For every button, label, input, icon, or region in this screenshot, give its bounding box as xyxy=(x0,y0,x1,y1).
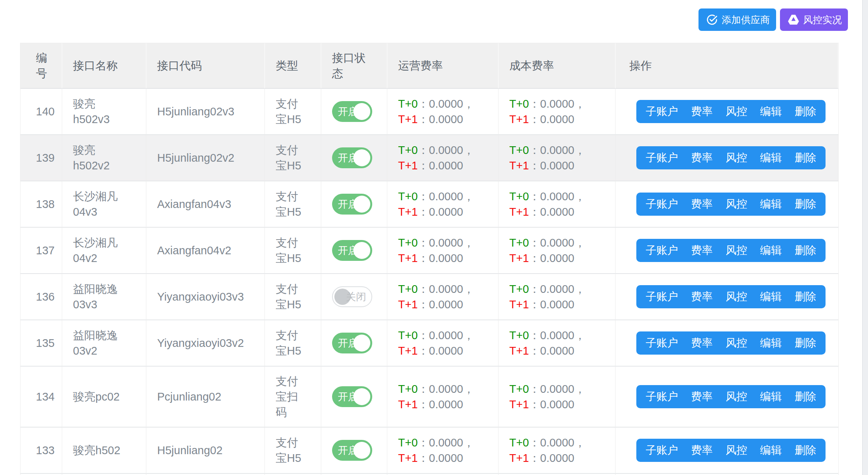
interface-code-cell: H5junliang02v2 xyxy=(146,135,265,181)
edit-button[interactable]: 编辑 xyxy=(760,291,782,302)
subaccount-button[interactable]: 子账户 xyxy=(646,106,678,117)
table-row: 135 益阳晓逸03v2 Yiyangxiaoyi03v2 支付宝H5 开启 T… xyxy=(20,320,838,367)
subaccount-button[interactable]: 子账户 xyxy=(646,245,678,256)
edit-button[interactable]: 编辑 xyxy=(760,338,782,348)
toggle-knob xyxy=(353,442,370,459)
row-id-cell: 133 xyxy=(20,428,62,474)
actions-cell: 子账户 费率 风控 编辑 删除 xyxy=(615,274,838,320)
row-id-cell: 139 xyxy=(20,135,62,181)
actions-cell: 子账户 费率 风控 编辑 删除 xyxy=(615,367,838,428)
actions-cell: 子账户 费率 风控 编辑 删除 xyxy=(615,228,838,274)
rate-button[interactable]: 费率 xyxy=(691,199,713,210)
subaccount-button[interactable]: 子账户 xyxy=(646,152,678,163)
delete-button[interactable]: 删除 xyxy=(795,445,816,456)
risk-button[interactable]: 风控 xyxy=(726,152,747,163)
table-row: 140 骏亮h502v3 H5junliang02v3 支付宝H5 开启 T+0… xyxy=(20,89,838,135)
status-toggle[interactable]: 开启 xyxy=(332,101,372,122)
add-supplier-button[interactable]: 添加供应商 xyxy=(698,8,776,31)
toggle-knob xyxy=(353,149,370,166)
actions-cell: 子账户 费率 风控 编辑 删除 xyxy=(615,181,838,228)
subaccount-button[interactable]: 子账户 xyxy=(646,199,678,210)
risk-button[interactable]: 风控 xyxy=(726,445,747,456)
risk-button[interactable]: 风控 xyxy=(726,199,747,210)
edit-button[interactable]: 编辑 xyxy=(760,391,782,402)
delete-button[interactable]: 删除 xyxy=(795,291,816,302)
row-id-cell: 140 xyxy=(20,89,62,135)
risk-live-button[interactable]: 风控实况 xyxy=(780,8,848,31)
status-cell: 开启 xyxy=(321,89,387,135)
delete-button[interactable]: 删除 xyxy=(795,391,816,402)
table-row: 133 骏亮h502 H5junliang02 支付宝H5 开启 T+0：0.0… xyxy=(20,428,838,474)
operating-rate-cell: T+0：0.0000， T+1：0.0000 xyxy=(387,274,498,320)
operating-rate-cell: T+0：0.0000， T+1：0.0000 xyxy=(387,428,498,474)
toggle-knob xyxy=(353,388,370,405)
interface-name-cell: 益阳晓逸03v3 xyxy=(62,274,146,320)
table-row: 139 骏亮h502v2 H5junliang02v2 支付宝H5 开启 T+0… xyxy=(20,135,838,181)
subaccount-button[interactable]: 子账户 xyxy=(646,391,678,402)
interface-name-cell: 长沙湘凡04v2 xyxy=(62,228,146,274)
action-bar: 子账户 费率 风控 编辑 删除 xyxy=(636,285,826,308)
table-row: 137 长沙湘凡04v2 Axiangfan04v2 支付宝H5 开启 T+0：… xyxy=(20,228,838,274)
interface-name-cell: 益阳晓逸03v2 xyxy=(62,320,146,367)
edit-button[interactable]: 编辑 xyxy=(760,152,782,163)
rate-button[interactable]: 费率 xyxy=(691,245,713,256)
edit-button[interactable]: 编辑 xyxy=(760,199,782,210)
delete-button[interactable]: 删除 xyxy=(795,152,816,163)
delete-button[interactable]: 删除 xyxy=(795,338,816,348)
risk-button[interactable]: 风控 xyxy=(726,291,747,302)
status-toggle[interactable]: 开启 xyxy=(332,386,372,407)
interface-name-cell: 骏亮h502v2 xyxy=(62,135,146,181)
rate-button[interactable]: 费率 xyxy=(691,291,713,302)
action-bar: 子账户 费率 风控 编辑 删除 xyxy=(636,193,826,216)
vertical-scrollbar[interactable] xyxy=(862,0,868,475)
delete-button[interactable]: 删除 xyxy=(795,245,816,256)
cost-rate-cell: T+0：0.0000， T+1：0.0000 xyxy=(498,228,615,274)
header-cost-rate: 成本费率 xyxy=(498,43,615,89)
status-toggle[interactable]: 关闭 xyxy=(332,286,372,307)
edit-button[interactable]: 编辑 xyxy=(760,106,782,117)
type-cell: 支付宝H5 xyxy=(265,274,321,320)
subaccount-button[interactable]: 子账户 xyxy=(646,291,678,302)
cost-rate-cell: T+0：0.0000， T+1：0.0000 xyxy=(498,367,615,428)
status-toggle[interactable]: 开启 xyxy=(332,240,372,261)
rate-button[interactable]: 费率 xyxy=(691,445,713,456)
type-cell: 支付宝H5 xyxy=(265,89,321,135)
risk-button[interactable]: 风控 xyxy=(726,391,747,402)
interface-code-cell: H5junliang02v3 xyxy=(146,89,265,135)
operating-rate-cell: T+0：0.0000， T+1：0.0000 xyxy=(387,181,498,228)
rate-button[interactable]: 费率 xyxy=(691,106,713,117)
status-toggle[interactable]: 开启 xyxy=(332,440,372,461)
suppliers-table: 编号 接口名称 接口代码 类型 接口状态 运营费率 成本费率 操作 140 骏亮… xyxy=(20,43,839,475)
rate-button[interactable]: 费率 xyxy=(691,338,713,348)
type-cell: 支付宝扫码 xyxy=(265,367,321,428)
delete-button[interactable]: 删除 xyxy=(795,106,816,117)
delete-button[interactable]: 删除 xyxy=(795,199,816,210)
table-header-row: 编号 接口名称 接口代码 类型 接口状态 运营费率 成本费率 操作 xyxy=(20,43,838,89)
action-bar: 子账户 费率 风控 编辑 删除 xyxy=(636,331,826,355)
rate-button[interactable]: 费率 xyxy=(691,152,713,163)
interface-name-cell: 骏亮h502v3 xyxy=(62,89,146,135)
edit-button[interactable]: 编辑 xyxy=(760,445,782,456)
risk-button[interactable]: 风控 xyxy=(726,245,747,256)
subaccount-button[interactable]: 子账户 xyxy=(646,445,678,456)
risk-button[interactable]: 风控 xyxy=(726,106,747,117)
cost-rate-cell: T+0：0.0000， T+1：0.0000 xyxy=(498,89,615,135)
status-toggle[interactable]: 开启 xyxy=(332,194,372,215)
row-id-cell: 135 xyxy=(20,320,62,367)
actions-cell: 子账户 费率 风控 编辑 删除 xyxy=(615,428,838,474)
interface-name-cell: 长沙湘凡04v3 xyxy=(62,181,146,228)
header-id: 编号 xyxy=(20,43,62,89)
row-id-cell: 137 xyxy=(20,228,62,274)
risk-button[interactable]: 风控 xyxy=(726,338,747,348)
interface-name-cell: 骏亮h502 xyxy=(62,428,146,474)
rate-button[interactable]: 费率 xyxy=(691,391,713,402)
status-cell: 开启 xyxy=(321,228,387,274)
edit-button[interactable]: 编辑 xyxy=(760,245,782,256)
toggle-knob xyxy=(353,103,370,120)
status-toggle[interactable]: 开启 xyxy=(332,147,372,168)
subaccount-button[interactable]: 子账户 xyxy=(646,338,678,348)
row-id-cell: 138 xyxy=(20,181,62,228)
status-toggle[interactable]: 开启 xyxy=(332,333,372,353)
header-type: 类型 xyxy=(265,43,321,89)
interface-code-cell: Yiyangxiaoyi03v3 xyxy=(146,274,265,320)
